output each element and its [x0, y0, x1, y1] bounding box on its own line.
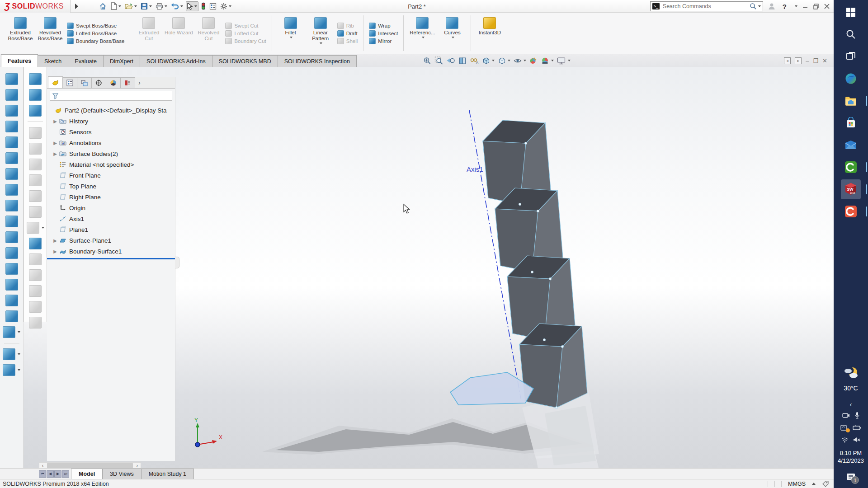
- tab-last-icon[interactable]: ⏭: [62, 470, 69, 478]
- rotation-lock-icon[interactable]: [840, 424, 848, 431]
- ribbon-button-referenc-[interactable]: Referenc...: [407, 14, 437, 52]
- panel-splitter-handle[interactable]: [175, 257, 179, 268]
- minimize-button[interactable]: –: [806, 57, 809, 64]
- search-icon[interactable]: [750, 3, 757, 10]
- settings-gear-button[interactable]: [219, 2, 232, 11]
- tree-item-annotations[interactable]: ▶AAnnotations: [47, 137, 175, 148]
- help-icon[interactable]: ?: [780, 3, 789, 10]
- propertymanager-tab-button[interactable]: [62, 77, 77, 88]
- tab-features[interactable]: Features: [1, 54, 38, 67]
- tree-expand-arrow[interactable]: ▶: [52, 238, 59, 243]
- left-toolbar-button[interactable]: [29, 174, 42, 186]
- hide-show-items-button[interactable]: [513, 56, 526, 65]
- undo-button[interactable]: [170, 2, 184, 10]
- ribbon-button-revolved-boss-base[interactable]: Revolved Boss/Base: [35, 14, 65, 52]
- zoom-to-fit-button[interactable]: [423, 56, 432, 65]
- help-dropdown-icon[interactable]: [795, 5, 797, 7]
- camera-icon[interactable]: [842, 412, 850, 418]
- inspection-tab-button[interactable]: [120, 77, 135, 88]
- left-toolbar-button[interactable]: [5, 184, 18, 196]
- hidden-icons-chevron[interactable]: ‹: [850, 400, 852, 408]
- ribbon-button-extruded-boss-base[interactable]: Extruded Boss/Base: [5, 14, 35, 52]
- ribbon-button-curves[interactable]: Curves: [437, 14, 467, 52]
- tab-next-icon[interactable]: ▶: [54, 470, 61, 478]
- left-toolbar-button[interactable]: [5, 216, 18, 227]
- left-toolbar-button[interactable]: [5, 152, 18, 164]
- left-toolbar-button[interactable]: [5, 295, 18, 306]
- left-toolbar-button[interactable]: [5, 89, 18, 101]
- dropdown-caret-icon[interactable]: [492, 60, 495, 61]
- search-input[interactable]: [662, 3, 750, 10]
- boundary-surface-model[interactable]: [483, 120, 587, 408]
- left-toolbar-button[interactable]: [29, 73, 42, 85]
- dimxpertmanager-tab-button[interactable]: [91, 77, 106, 88]
- left-toolbar-button[interactable]: [29, 317, 42, 328]
- camtasia-button[interactable]: [841, 157, 861, 177]
- dropdown-caret-icon[interactable]: [568, 60, 571, 61]
- left-toolbar-button[interactable]: [5, 231, 18, 243]
- pane-right-button[interactable]: ▸: [795, 57, 802, 64]
- view-orientation-button[interactable]: [481, 56, 495, 65]
- tree-item-front-plane[interactable]: Front Plane: [47, 170, 175, 181]
- save-button[interactable]: [140, 2, 153, 11]
- tab-evaluate[interactable]: Evaluate: [68, 55, 104, 67]
- tree-item-surface-bodies-2-[interactable]: ▶Surface Bodies(2): [47, 148, 175, 159]
- restore-button[interactable]: [813, 3, 819, 9]
- dropdown-caret-icon[interactable]: [180, 5, 183, 7]
- dropdown-caret-icon[interactable]: [134, 5, 137, 7]
- dropdown-caret-icon[interactable]: [149, 5, 152, 7]
- dropdown-caret-icon[interactable]: [422, 37, 425, 38]
- rebuild-traffic-light-button[interactable]: [200, 1, 207, 11]
- tree-item-boundary-surface1[interactable]: ▶Boundary-Surface1: [47, 246, 175, 257]
- left-toolbar-button[interactable]: [5, 136, 18, 148]
- home-button[interactable]: [98, 2, 108, 11]
- zoom-to-area-button[interactable]: [434, 56, 443, 65]
- close-button[interactable]: ✕: [822, 57, 827, 64]
- dropdown-caret-icon[interactable]: [118, 5, 121, 7]
- left-toolbar-button[interactable]: [29, 127, 42, 139]
- dropdown-caret-icon[interactable]: [165, 5, 167, 7]
- tree-item-right-plane[interactable]: Right Plane: [47, 192, 175, 202]
- tree-expand-arrow[interactable]: ▶: [52, 141, 59, 145]
- view-settings-button[interactable]: [557, 56, 571, 65]
- left-toolbar-button[interactable]: [5, 73, 18, 85]
- left-toolbar-button[interactable]: [5, 200, 18, 211]
- tab-motion-study-1[interactable]: Motion Study 1: [141, 469, 194, 479]
- microphone-icon[interactable]: [854, 412, 860, 419]
- restore-button[interactable]: ❐: [813, 57, 818, 64]
- tab-dimxpert[interactable]: DimXpert: [103, 55, 140, 67]
- battery-icon[interactable]: [853, 425, 861, 431]
- left-toolbar-button[interactable]: [29, 238, 42, 249]
- left-toolbar-button[interactable]: [29, 143, 42, 155]
- left-toolbar-button[interactable]: [3, 348, 20, 360]
- dropdown-caret-icon[interactable]: [524, 60, 526, 61]
- select-cursor-button[interactable]: [186, 1, 198, 11]
- ribbon-button-wrap[interactable]: Wrap: [369, 23, 398, 29]
- wifi-icon[interactable]: [841, 436, 849, 443]
- solidworks-2018-button[interactable]: SW2018: [841, 179, 861, 199]
- units-dropdown-icon[interactable]: [812, 483, 816, 485]
- ribbon-button-lofted-boss-base[interactable]: Lofted Boss/Base: [67, 30, 124, 37]
- rollback-bar[interactable]: [47, 258, 175, 259]
- search-commands-box[interactable]: >_: [650, 1, 763, 11]
- units-selector[interactable]: MMGS: [788, 481, 806, 487]
- ribbon-button-boundary-boss-base[interactable]: Boundary Boss/Base: [67, 38, 124, 44]
- weather-temp[interactable]: 30°C: [844, 385, 858, 392]
- tree-item-sensors[interactable]: Sensors: [47, 127, 175, 137]
- tree-item-plane1[interactable]: Plane1: [47, 224, 175, 235]
- clock-date[interactable]: 4/12/2023: [838, 457, 864, 465]
- left-toolbar-button[interactable]: [5, 105, 18, 117]
- dropdown-caret-icon[interactable]: [508, 60, 510, 61]
- start-button[interactable]: [841, 2, 861, 22]
- ribbon-button-draft[interactable]: Draft: [337, 30, 358, 37]
- ribbon-button-swept-boss-base[interactable]: Swept Boss/Base: [67, 23, 124, 29]
- print-button[interactable]: [155, 2, 168, 11]
- menu-flyout-arrow-icon[interactable]: [75, 4, 78, 9]
- tree-item-material-not-specified-[interactable]: Material <not specified>: [47, 159, 175, 170]
- tab-3d-views[interactable]: 3D Views: [102, 469, 142, 479]
- section-view-button[interactable]: [458, 56, 467, 65]
- tab-solidworks-inspection[interactable]: SOLIDWORKS Inspection: [278, 55, 357, 67]
- edge-button[interactable]: [841, 69, 861, 89]
- left-toolbar-button[interactable]: [5, 263, 18, 275]
- left-toolbar-button[interactable]: [29, 105, 42, 117]
